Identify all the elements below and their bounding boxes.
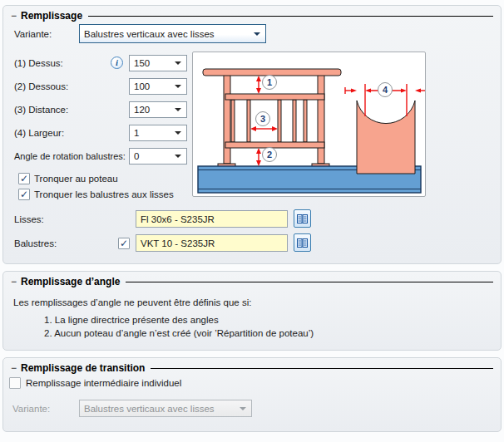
param-largeur-value: 1 (134, 128, 139, 138)
checkmark-icon: ✓ (119, 238, 129, 248)
balustres-checkbox[interactable]: ✓ (118, 238, 130, 249)
chevron-down-icon (175, 131, 181, 135)
balustres-profile-value: VKT 10 - S235JR (141, 238, 215, 248)
group-header-rule (126, 282, 493, 282)
param-angle-combo[interactable]: 0 (129, 148, 187, 165)
tronquer-poteau-label: Tronquer au poteau (34, 173, 118, 184)
railing-diagram: 1 2 3 4 (192, 52, 426, 197)
param-angle-value: 0 (134, 151, 139, 161)
param-distance-value: 120 (134, 105, 150, 115)
collapse-toggle-icon[interactable]: − (11, 277, 17, 286)
info-icon[interactable]: i (111, 56, 123, 69)
railing-diagram-drawing (193, 52, 425, 196)
callout-1: 1 (262, 75, 277, 90)
chevron-down-icon (175, 85, 181, 88)
chevron-down-icon (240, 407, 246, 410)
param-angle-label: Angle de rotation balustres: (14, 150, 126, 162)
balustres-catalog-button[interactable] (294, 233, 311, 252)
transition-variante-selected-value: Balustres verticaux avec lisses (84, 404, 215, 414)
chevron-down-icon (254, 32, 260, 36)
group-angle: − Remplissage d’angle Les remplissages d… (2, 271, 502, 351)
tronquer-poteau-checkbox[interactable]: ✓ (18, 173, 30, 184)
param-dessus-combo[interactable]: 150 (129, 55, 187, 71)
variante-selected-value: Balustres verticaux avec lisses (84, 29, 215, 39)
param-dessous-combo[interactable]: 100 (129, 78, 187, 95)
chevron-down-icon (175, 108, 181, 111)
param-largeur-label: (4) Largeur: (14, 127, 64, 139)
group-remplissage: − Remplissage Variante: Balustres vertic… (2, 5, 502, 264)
checkmark-icon: ✓ (19, 189, 29, 199)
balustres-profile-input[interactable]: VKT 10 - S235JR (136, 234, 288, 252)
group-angle-header: − Remplissage d’angle (3, 272, 501, 287)
remplissage-intermediaire-checkbox[interactable] (9, 377, 21, 389)
angle-condition-1: 1. La ligne directrice présente des angl… (44, 314, 219, 326)
param-dessous-value: 100 (134, 81, 150, 91)
transition-variante-select: Balustres verticaux avec lisses (79, 400, 252, 417)
group-title: Remplissage de transition (21, 362, 145, 374)
checkmark-icon: ✓ (19, 174, 29, 184)
remplissage-intermediaire-label: Remplissage intermédiaire individuel (26, 377, 181, 389)
group-remplissage-header: − Remplissage (3, 6, 501, 22)
group-title: Remplissage d’angle (21, 276, 120, 287)
param-dessous-label: (2) Dessous: (14, 81, 68, 92)
callout-2: 2 (262, 147, 277, 162)
catalog-icon (297, 238, 308, 248)
catalog-icon (297, 214, 308, 223)
tronquer-balustres-checkbox[interactable]: ✓ (18, 189, 30, 200)
angle-conditions-intro: Les remplissages d’angle ne peuvent être… (13, 297, 251, 308)
chevron-down-icon (175, 61, 181, 65)
param-distance-combo[interactable]: 120 (129, 101, 187, 118)
lisses-profile-value: Fl 30x6 - S235JR (141, 214, 215, 224)
lisses-label: Lisses: (14, 214, 44, 225)
lisses-catalog-button[interactable] (294, 209, 311, 228)
collapse-toggle-icon[interactable]: − (11, 364, 17, 372)
variante-select[interactable]: Balustres verticaux avec lisses (79, 24, 266, 43)
param-dessus-value: 150 (134, 58, 150, 68)
group-transition-header: − Remplissage de transition (3, 358, 501, 374)
balustres-label: Balustres: (14, 238, 57, 249)
railing-settings-panel: { "groups": { "remplissage": { "collapse… (0, 0, 504, 442)
group-header-rule (151, 368, 493, 369)
angle-condition-2: 2. Aucun poteau d’angle n’est créé (voir… (44, 327, 314, 339)
chevron-down-icon (175, 155, 181, 158)
variante-label: Variante: (14, 28, 52, 40)
callout-4: 4 (378, 82, 393, 97)
param-dessus-label: (1) Dessus: (14, 57, 63, 69)
param-distance-label: (3) Distance: (14, 104, 68, 115)
tronquer-balustres-label: Tronquer les balustres aux lisses (34, 189, 174, 200)
callout-3: 3 (255, 111, 270, 126)
lisses-profile-input[interactable]: Fl 30x6 - S235JR (136, 210, 288, 228)
group-header-rule (88, 16, 493, 17)
param-largeur-combo[interactable]: 1 (129, 125, 187, 141)
transition-variante-label: Variante: (12, 403, 50, 415)
collapse-toggle-icon[interactable]: − (11, 12, 17, 20)
group-title: Remplissage (21, 10, 82, 22)
group-transition: − Remplissage de transition Remplissage … (2, 357, 502, 432)
